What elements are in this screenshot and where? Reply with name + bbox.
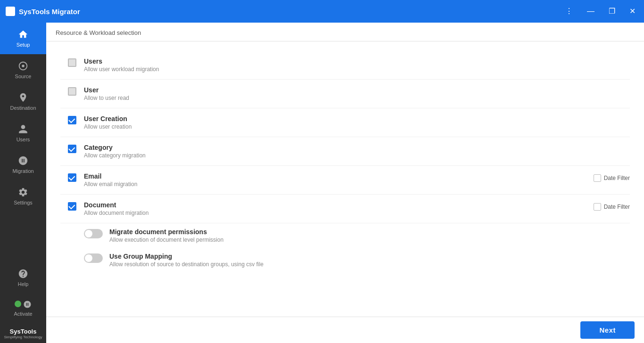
row-title-document: Document: [84, 201, 594, 209]
sidebar-label-migration: Migration: [12, 168, 33, 174]
content-header: Resource & Workload selection: [46, 23, 644, 41]
toggle-switch-migrate-doc[interactable]: [84, 229, 103, 238]
sidebar-label-help: Help: [18, 281, 29, 287]
row-email: Email Allow email migration Date Filter: [60, 166, 630, 195]
checkbox-area-email: [60, 172, 84, 182]
users-icon: [18, 124, 28, 134]
date-filter-document: Date Filter: [594, 201, 630, 211]
sidebar-item-migration[interactable]: Migration: [0, 149, 46, 180]
row-user-creation: User Creation Allow user creation: [60, 108, 630, 137]
row-desc-document: Allow document migration: [84, 210, 594, 216]
sidebar-item-destination[interactable]: Destination: [0, 86, 46, 117]
label-user: User Allow to user read: [84, 86, 630, 101]
row-desc-users: Allow user workload migration: [84, 66, 630, 73]
toggle-label-migrate-doc: Migrate document permissions Allow execu…: [109, 228, 223, 243]
sidebar-item-source[interactable]: Source: [0, 54, 46, 86]
row-title-user-creation: User Creation: [84, 115, 630, 122]
main-content: Resource & Workload selection Users Allo…: [46, 23, 644, 343]
sidebar-label-setup: Setup: [17, 42, 30, 48]
row-users: Users Allow user workload migration: [60, 51, 630, 80]
label-category: Category Allow category migration: [84, 144, 630, 159]
checkbox-area-user: [60, 86, 84, 96]
row-desc-email: Allow email migration: [84, 181, 594, 188]
source-icon: [18, 61, 28, 71]
checkbox-users[interactable]: [68, 58, 76, 67]
sidebar-label-destination: Destination: [10, 105, 36, 111]
row-desc-user: Allow to user read: [84, 95, 630, 101]
activate-icon: [23, 300, 32, 309]
next-button[interactable]: Next: [580, 321, 635, 339]
activate-status-dot: [15, 301, 21, 307]
svg-point-0: [22, 65, 25, 67]
content-scroll: Users Allow user workload migration User…: [46, 41, 644, 317]
checkbox-user[interactable]: [68, 87, 76, 96]
sidebar-label-settings: Settings: [14, 200, 33, 205]
toggle-desc-group-mapping: Allow resolution of source to destinatio…: [109, 261, 264, 268]
title-bar: SysTools Migrator ⋮ — ❐ ✕: [0, 0, 644, 23]
app-body: Setup Source Destination Users: [0, 23, 644, 343]
toggle-title-group-mapping: Use Group Mapping: [109, 253, 264, 260]
brand-sub: Simplifying Technology: [4, 335, 42, 339]
sidebar-item-setup[interactable]: Setup: [0, 23, 46, 54]
row-desc-user-creation: Allow user creation: [84, 123, 630, 130]
destination-icon: [18, 92, 28, 103]
label-email: Email Allow email migration: [84, 172, 594, 188]
app-icon: [6, 7, 15, 16]
toggle-group-mapping: Use Group Mapping Allow resolution of so…: [60, 248, 630, 272]
row-title-email: Email: [84, 172, 594, 180]
checkbox-area-category: [60, 144, 84, 153]
toggle-title-migrate-doc: Migrate document permissions: [109, 228, 223, 236]
row-title-category: Category: [84, 144, 630, 151]
settings-icon: [18, 187, 28, 197]
row-desc-category: Allow category migration: [84, 152, 630, 159]
sidebar-item-activate[interactable]: Activate: [0, 294, 46, 323]
date-filter-email: Date Filter: [594, 172, 630, 182]
minimize-button[interactable]: —: [584, 6, 597, 17]
checkbox-email[interactable]: [68, 173, 76, 182]
sidebar-label-users: Users: [17, 137, 30, 142]
sidebar-item-users[interactable]: Users: [0, 117, 46, 149]
date-filter-checkbox-email[interactable]: [594, 174, 601, 182]
row-user: User Allow to user read: [60, 80, 630, 108]
label-document: Document Allow document migration: [84, 201, 594, 216]
restore-button[interactable]: ❐: [606, 6, 618, 17]
checkbox-user-creation[interactable]: [68, 116, 76, 124]
sidebar-label-activate: Activate: [14, 311, 32, 317]
toggle-label-group-mapping: Use Group Mapping Allow resolution of so…: [109, 253, 264, 268]
label-user-creation: User Creation Allow user creation: [84, 115, 630, 130]
row-title-user: User: [84, 86, 630, 94]
toggle-switch-group-mapping[interactable]: [84, 253, 103, 263]
more-button[interactable]: ⋮: [562, 6, 576, 17]
brand-area: SysTools Simplifying Technology: [0, 323, 46, 343]
checkbox-document[interactable]: [68, 202, 76, 211]
row-title-users: Users: [84, 57, 630, 65]
date-filter-checkbox-document[interactable]: [594, 203, 601, 211]
app-title: SysTools Migrator: [19, 8, 80, 16]
toggle-migrate-doc-perms: Migrate document permissions Allow execu…: [60, 223, 630, 248]
window-controls: ⋮ — ❐ ✕: [562, 6, 638, 17]
checkbox-area-user-creation: [60, 115, 84, 124]
row-category: Category Allow category migration: [60, 137, 630, 166]
app-title-area: SysTools Migrator: [6, 7, 80, 16]
checkbox-category[interactable]: [68, 145, 76, 153]
date-filter-label-email: Date Filter: [604, 175, 630, 181]
setup-icon: [18, 29, 28, 40]
sidebar-label-source: Source: [15, 74, 32, 79]
close-button[interactable]: ✕: [627, 6, 638, 17]
checkbox-area-users: [60, 57, 84, 67]
help-icon: [18, 269, 28, 279]
migration-icon: [18, 155, 28, 166]
row-document: Document Allow document migration Date F…: [60, 195, 630, 223]
date-filter-label-document: Date Filter: [604, 204, 630, 210]
brand-name: SysTools: [10, 328, 37, 335]
footer-bar: Next: [46, 317, 644, 343]
sidebar-item-settings[interactable]: Settings: [0, 180, 46, 212]
toggle-desc-migrate-doc: Allow execution of document level permis…: [109, 237, 223, 243]
sidebar: Setup Source Destination Users: [0, 23, 46, 343]
checkbox-area-document: [60, 201, 84, 211]
sidebar-item-help[interactable]: Help: [0, 262, 46, 294]
label-users: Users Allow user workload migration: [84, 57, 630, 73]
